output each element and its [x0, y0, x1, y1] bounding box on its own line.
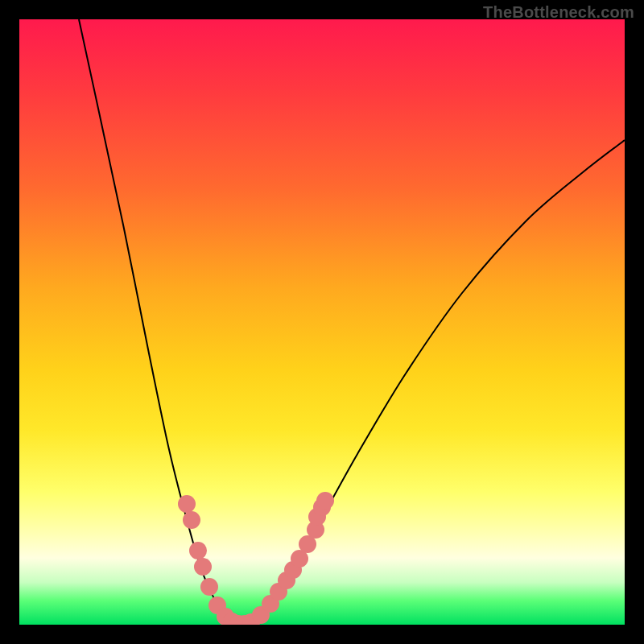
marker-dot — [178, 495, 196, 513]
marker-dot — [183, 511, 200, 529]
plot-area — [19, 19, 625, 625]
marker-dot — [200, 578, 218, 596]
marker-dot — [189, 542, 207, 559]
bottleneck-chart — [19, 19, 625, 625]
watermark-text: TheBottleneck.com — [483, 3, 634, 22]
marker-dot — [316, 492, 334, 510]
marker-dot — [194, 558, 212, 576]
marker-layer — [178, 492, 334, 625]
bottleneck-curve — [79, 19, 625, 624]
